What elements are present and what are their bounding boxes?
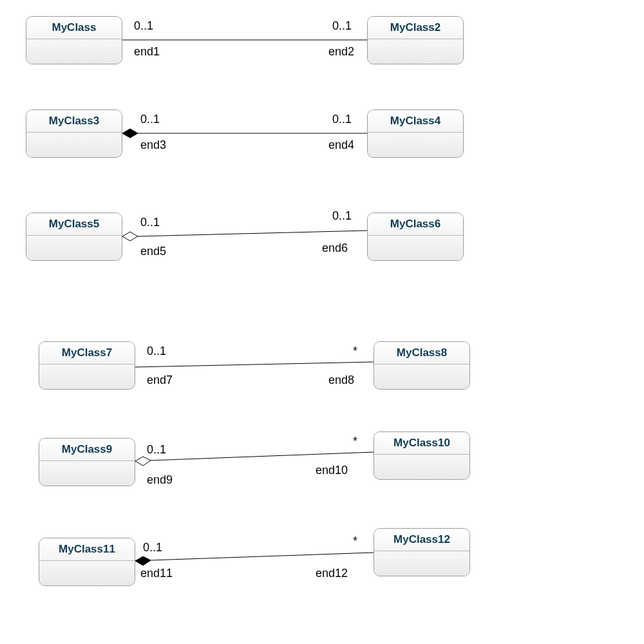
class-myclass7[interactable]: MyClass7: [39, 341, 135, 390]
role-label: end2: [328, 45, 354, 59]
multiplicity-label: 0..1: [332, 209, 352, 223]
multiplicity-label: *: [353, 535, 357, 548]
role-label: end11: [140, 567, 173, 580]
class-name: MyClass: [26, 17, 122, 39]
role-label: end3: [140, 138, 166, 152]
class-compartment: [39, 365, 135, 390]
composition-diamond-icon: [135, 556, 151, 565]
association-line: [135, 362, 374, 367]
role-label: end4: [328, 138, 354, 152]
multiplicity-label: 0..1: [140, 216, 160, 229]
class-compartment: [374, 365, 469, 390]
role-label: end7: [147, 374, 173, 387]
class-myclass[interactable]: MyClass: [26, 16, 122, 64]
class-name: MyClass8: [374, 342, 469, 365]
multiplicity-label: 0..1: [332, 19, 352, 33]
role-label: end9: [147, 473, 173, 487]
class-name: MyClass10: [374, 432, 469, 455]
multiplicity-label: 0..1: [147, 345, 166, 358]
multiplicity-label: *: [353, 435, 357, 448]
class-myclass2[interactable]: MyClass2: [367, 16, 464, 64]
class-myclass11[interactable]: MyClass11: [39, 538, 135, 586]
role-label: end10: [316, 464, 348, 477]
multiplicity-label: 0..1: [147, 443, 166, 457]
aggregation-diamond-icon: [122, 232, 138, 241]
class-myclass5[interactable]: MyClass5: [26, 213, 122, 261]
class-name: MyClass7: [39, 342, 135, 365]
association-line: [151, 553, 374, 560]
class-name: MyClass11: [39, 538, 135, 561]
multiplicity-label: 0..1: [332, 113, 352, 126]
multiplicity-label: 0..1: [143, 541, 162, 554]
class-compartment: [374, 551, 469, 576]
class-myclass3[interactable]: MyClass3: [26, 109, 122, 158]
class-compartment: [26, 133, 122, 158]
role-label: end5: [140, 245, 166, 258]
role-label: end1: [134, 45, 160, 59]
class-name: MyClass2: [368, 17, 463, 39]
class-compartment: [374, 455, 469, 480]
multiplicity-label: *: [353, 345, 357, 358]
class-myclass8[interactable]: MyClass8: [374, 341, 470, 390]
class-myclass6[interactable]: MyClass6: [367, 213, 464, 261]
class-name: MyClass9: [39, 439, 135, 461]
composition-diamond-icon: [122, 129, 138, 138]
class-name: MyClass6: [368, 213, 463, 236]
class-compartment: [368, 39, 463, 64]
class-myclass9[interactable]: MyClass9: [39, 438, 135, 486]
aggregation-diamond-icon: [135, 457, 151, 466]
class-compartment: [26, 39, 122, 64]
multiplicity-label: 0..1: [134, 19, 153, 33]
class-myclass12[interactable]: MyClass12: [374, 528, 470, 576]
class-name: MyClass3: [26, 110, 122, 133]
class-compartment: [26, 236, 122, 261]
class-name: MyClass4: [368, 110, 463, 133]
class-name: MyClass5: [26, 213, 122, 236]
class-compartment: [368, 236, 463, 261]
class-myclass10[interactable]: MyClass10: [374, 431, 470, 480]
class-name: MyClass12: [374, 529, 469, 551]
class-myclass4[interactable]: MyClass4: [367, 109, 464, 158]
class-compartment: [368, 133, 463, 158]
multiplicity-label: 0..1: [140, 113, 160, 126]
role-label: end6: [322, 242, 348, 255]
class-compartment: [39, 561, 135, 586]
association-line: [138, 231, 367, 236]
class-compartment: [39, 461, 135, 486]
role-label: end8: [328, 374, 354, 387]
association-line: [151, 452, 374, 460]
role-label: end12: [316, 567, 348, 580]
